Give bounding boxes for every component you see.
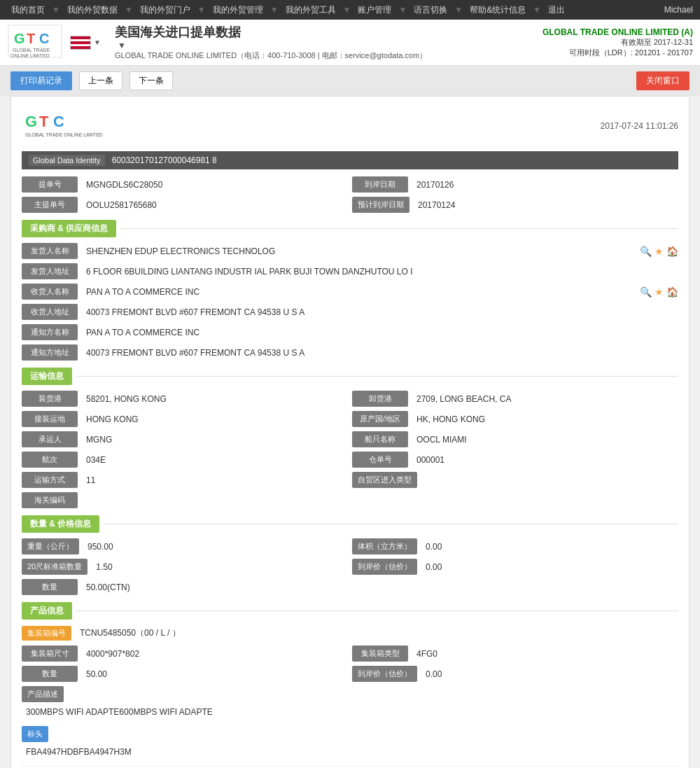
quantity-value: 50.00(CTN) xyxy=(82,580,678,594)
transport-section-line xyxy=(76,376,678,377)
product-section-header: 产品信息 xyxy=(22,602,678,620)
page-title: 美国海关进口提单数据 xyxy=(115,24,427,41)
origin-country-field: 原产国/地区 HK, HONG KONG xyxy=(352,411,678,427)
header-subtitle: GLOBAL TRADE ONLINE LIMITED（电话：400-710-3… xyxy=(115,50,427,61)
volume-field: 体积（立方米） 0.00 xyxy=(352,538,678,554)
product-desc-label: 产品描述 xyxy=(22,686,64,702)
flag-dropdown-icon[interactable]: ▼ xyxy=(94,39,101,46)
nav-help[interactable]: 帮助&统计信息 xyxy=(465,4,530,16)
warehouse-label: 仓单号 xyxy=(352,452,408,468)
expected-arrival-field: 预计到岸日期 20170124 xyxy=(352,197,678,213)
loading-place-value: HONG KONG xyxy=(82,412,348,426)
account-usage-time: 可用时段（LDR）: 201201 - 201707 xyxy=(542,48,693,58)
transport-mode-row: 运输方式 11 自贸区进入类型 xyxy=(22,472,678,488)
ports-row: 装货港 58201, HONG KONG 卸货港 2709, LONG BEAC… xyxy=(22,391,678,407)
carrier-vessel-row: 承运人 MGNG 船只名称 OOCL MIAMI xyxy=(22,431,678,447)
quantity-section-line xyxy=(104,524,678,524)
voyage-field: 航次 034E xyxy=(22,452,348,468)
shipper-addr-row: 发货人地址 6 FLOOR 6BUILDING LIANTANG INDUSTR… xyxy=(22,263,678,279)
consignee-home-icon[interactable]: 🏠 xyxy=(666,286,678,298)
warehouse-value: 000001 xyxy=(412,453,678,467)
arrival-price-label: 到岸价（估价） xyxy=(352,559,417,575)
quantity-section-badge: 数量 & 价格信息 xyxy=(22,515,99,533)
nav-user: Michael xyxy=(664,5,693,15)
consignee-icons: 🔍 ★ 🏠 xyxy=(640,286,678,298)
nav-language[interactable]: 语言切换 xyxy=(410,4,451,16)
weight-volume-row: 重量（公斤） 950.00 体积（立方米） 0.00 xyxy=(22,538,678,554)
svg-text:C: C xyxy=(39,31,49,46)
container-type-value: 4FG0 xyxy=(412,647,678,661)
container-size-value: 4000*907*802 xyxy=(82,647,348,661)
consignee-addr-row: 收货人地址 40073 FREMONT BLVD #607 FREMONT CA… xyxy=(22,304,678,320)
master-bill-row: 主提单号 OOLU2581765680 预计到岸日期 20170124 xyxy=(22,197,678,213)
vessel-value: OOCL MIAMI xyxy=(412,433,678,447)
volume-value: 0.00 xyxy=(421,540,678,554)
transport-mode-label: 运输方式 xyxy=(22,472,78,488)
account-company: GLOBAL TRADE ONLINE LIMITED (A) xyxy=(542,27,693,37)
notify-addr-label: 通知方地址 xyxy=(22,344,78,361)
title-dropdown[interactable]: ▼ xyxy=(118,41,126,50)
print-button-top[interactable]: 打印易记录 xyxy=(10,71,72,90)
shipper-name-value: SHENZHEN EDUP ELECTRONICS TECHNOLOG xyxy=(82,244,633,258)
shipper-home-icon[interactable]: 🏠 xyxy=(666,246,678,257)
main-card: G T C GLOBAL TRADE ONLINE LIMITED 2017-0… xyxy=(10,96,690,768)
flag-selector[interactable]: ▼ xyxy=(70,36,101,50)
product-arrival-price-label: 到岸价（估价） xyxy=(352,666,417,682)
identity-label: Global Data Identity xyxy=(29,155,105,166)
bill-no-label: 提单号 xyxy=(22,176,78,193)
product-qty-field: 数量 50.00 xyxy=(22,666,348,682)
product-arrival-price-field: 到岸价（估价） 0.00 xyxy=(352,666,678,682)
svg-text:ONLINE LIMITED: ONLINE LIMITED xyxy=(10,53,50,58)
nav-trade-manage[interactable]: 我的外贸管理 xyxy=(209,4,267,16)
voyage-warehouse-row: 航次 034E 仓单号 000001 xyxy=(22,452,678,468)
card-logo: G T C GLOBAL TRADE ONLINE LIMITED xyxy=(22,107,106,144)
consignee-star-icon[interactable]: ★ xyxy=(654,286,664,298)
master-bill-field: 主提单号 OOLU2581765680 xyxy=(22,197,348,213)
vessel-label: 船只名称 xyxy=(352,431,408,447)
origin-country-value: HK, HONG KONG xyxy=(412,412,678,426)
nav-account[interactable]: 账户管理 xyxy=(354,4,396,16)
bill-no-field: 提单号 MGNGDLS6C28050 xyxy=(22,176,348,193)
nav-trade-portal[interactable]: 我的外贸门户 xyxy=(136,4,195,16)
container-no-row: 集装箱编号 TCNU5485050（00 / L / ） xyxy=(22,625,678,641)
shipper-search-icon[interactable]: 🔍 xyxy=(640,246,652,257)
consignee-name-row: 收货人名称 PAN A TO A COMMERCE INC 🔍 ★ 🏠 xyxy=(22,284,678,300)
container-size-field: 集装箱尺寸 4000*907*802 xyxy=(22,645,348,662)
consignee-search-icon[interactable]: 🔍 xyxy=(640,286,652,298)
svg-text:G: G xyxy=(25,113,37,130)
ftz-type-label: 自贸区进入类型 xyxy=(352,472,417,488)
unloading-port-field: 卸货港 2709, LONG BEACH, CA xyxy=(352,391,678,407)
shipper-icons: 🔍 ★ 🏠 xyxy=(640,246,678,257)
nav-logout[interactable]: 退出 xyxy=(544,4,569,16)
prev-button-top[interactable]: 上一条 xyxy=(79,71,122,90)
nav-trade-tools[interactable]: 我的外贸工具 xyxy=(281,4,340,16)
page-header: G T C GLOBAL TRADE ONLINE LIMITED ▼ 美国海关… xyxy=(0,20,700,66)
shipper-addr-label: 发货人地址 xyxy=(22,263,78,279)
ftz-type-field: 自贸区进入类型 xyxy=(352,472,678,488)
container-size-label: 集装箱尺寸 xyxy=(22,645,78,662)
shipper-star-icon[interactable]: ★ xyxy=(654,246,664,257)
nav-trade-data[interactable]: 我的外贸数据 xyxy=(63,4,122,16)
customs-code-value xyxy=(82,498,678,503)
notify-addr-row: 通知方地址 40073 FREMONT BLVD #607 FREMONT CA… xyxy=(22,344,678,361)
shipper-addr-value: 6 FLOOR 6BUILDING LIANTANG INDUSTR IAL P… xyxy=(82,265,678,279)
arrival-date-field: 到岸日期 20170126 xyxy=(352,176,678,193)
weight-field: 重量（公斤） 950.00 xyxy=(22,538,348,554)
voyage-label: 航次 xyxy=(22,452,78,468)
volume-label: 体积（立方米） xyxy=(352,538,417,554)
close-button-top[interactable]: 关闭窗口 xyxy=(636,71,690,90)
loading-port-value: 58201, HONG KONG xyxy=(82,392,348,406)
supplier-section-badge: 采购商 & 供应商信息 xyxy=(22,220,116,237)
customs-code-row: 海关编码 xyxy=(22,492,678,508)
nav-home[interactable]: 我的首页 xyxy=(7,4,49,16)
product-qty-label: 数量 xyxy=(22,666,78,682)
product-desc-area: 产品描述 300MBPS WIFI ADAPTE600MBPS WIFI ADA… xyxy=(22,686,678,719)
container-20-label: 20尺标准箱数量 xyxy=(22,559,88,575)
shipper-name-label: 发货人名称 xyxy=(22,243,78,259)
marks-label: 标头 xyxy=(22,726,48,742)
customs-code-label: 海关编码 xyxy=(22,492,78,508)
nav-links: 我的首页 ▼ 我的外贸数据 ▼ 我的外贸门户 ▼ 我的外贸管理 ▼ 我的外贸工具… xyxy=(7,4,569,16)
card-datetime: 2017-07-24 11:01:26 xyxy=(601,121,678,131)
top-navigation: 我的首页 ▼ 我的外贸数据 ▼ 我的外贸门户 ▼ 我的外贸管理 ▼ 我的外贸工具… xyxy=(0,0,700,20)
next-button-top[interactable]: 下一条 xyxy=(130,71,173,90)
